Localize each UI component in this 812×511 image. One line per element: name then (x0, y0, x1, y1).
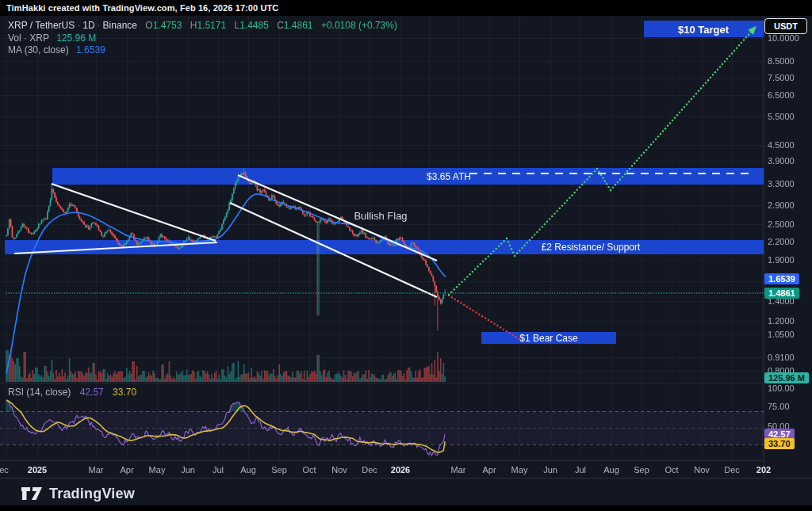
price-tick-label: 75.00 (768, 402, 790, 411)
volume-label: Vol · XRP (8, 32, 49, 44)
time-axis-label: Jul (575, 465, 586, 475)
attribution-text: TimHakki created with TradingView.com, F… (6, 3, 278, 13)
change-value: +0.0108 (+0.73%) (321, 20, 397, 31)
bear-case-box-label[interactable]: $1 Bear Case (519, 333, 577, 344)
time-axis-label: ec (0, 465, 9, 475)
chart-canvas[interactable] (0, 0, 812, 511)
axis-price-badge: 33.70 (764, 438, 795, 449)
tradingview-chart-window: TimHakki created with TradingView.com, F… (0, 0, 812, 511)
volume-legend-row[interactable]: Vol · XRP 125.96 M (8, 32, 96, 44)
ath-band-label[interactable]: $3.65 ATH (427, 171, 471, 182)
price-tick-label: 2.2000 (768, 237, 795, 246)
time-axis-label: May (149, 465, 166, 475)
volume-value: 125.96 M (56, 32, 96, 44)
price-tick-label: 7.5000 (768, 73, 795, 82)
time-axis-label: Nov (331, 465, 347, 475)
time-axis-label: Jul (213, 465, 224, 475)
interval-label: 1D (82, 20, 94, 31)
time-axis-label: Jun (543, 465, 557, 475)
price-tick-label: 3.3000 (768, 179, 795, 189)
time-axis-label: Oct (665, 465, 678, 475)
price-tick-label: 3.9000 (768, 156, 795, 166)
time-axis-label: Mar (451, 465, 466, 475)
time-axis-label: Nov (694, 465, 710, 475)
price-tick-label: 10.0000 (768, 33, 799, 43)
price-tick-label: 0.9100 (768, 353, 795, 362)
resistance-band-label[interactable]: £2 Resistance/ Support (542, 242, 641, 253)
axis-price-badge: 1.4861 (764, 288, 799, 299)
time-axis-label: Apr (482, 465, 496, 475)
axis-price-badge: 1.6539 (764, 273, 799, 284)
time-axis-label: Aug (603, 465, 619, 475)
time-axis-label: 202 (756, 465, 771, 475)
price-tick-label: 1.0500 (768, 330, 795, 339)
ma-value: 1.6539 (76, 44, 105, 55)
time-axis-label: Aug (240, 465, 256, 475)
price-tick-label: 100.00 (768, 383, 795, 393)
high-value: 1.5171 (197, 20, 226, 31)
rsi-label: RSI (14, close) (8, 387, 71, 398)
symbol-legend-row[interactable]: XRP / TetherUS·1D·Binance O1.4753 H1.517… (8, 20, 397, 31)
symbol-name: XRP / TetherUS (8, 20, 75, 31)
tradingview-footer-link[interactable]: TradingView (21, 484, 135, 503)
time-axis-label: Apr (120, 465, 133, 475)
time-axis-label: Dec (724, 465, 740, 475)
rsi-ma-value: 33.70 (113, 387, 136, 398)
rsi-value: 42.57 (80, 387, 104, 398)
time-axis-label: May (511, 465, 528, 475)
ma-legend-row[interactable]: MA (30, close) 1.6539 (8, 44, 105, 55)
time-axis-label: Oct (302, 465, 316, 475)
low-value: 1.4485 (239, 20, 269, 31)
time-axis-label: Dec (362, 465, 377, 475)
time-axis-label: Mar (89, 465, 104, 475)
time-axis-label: Jun (181, 465, 195, 475)
price-tick-label: 5.5000 (768, 112, 795, 121)
price-tick-label: 4.5000 (768, 140, 795, 150)
close-value: 1.4861 (284, 20, 313, 31)
close-letter: C (277, 20, 284, 31)
price-tick-label: 1.2000 (768, 316, 795, 326)
tradingview-wordmark: TradingView (49, 486, 135, 502)
time-axis-label: Sep (634, 465, 649, 475)
axis-price-badge: 125.96 M (764, 372, 809, 383)
time-axis-label: 2026 (391, 465, 410, 475)
time-axis-label: 2025 (28, 465, 47, 475)
exchange-label: Binance (103, 20, 137, 31)
target-banner-label[interactable]: $10 Target (678, 24, 729, 36)
open-value: 1.4753 (153, 20, 182, 31)
currency-toggle-button[interactable]: USDT (764, 18, 807, 34)
bullish-flag-annotation[interactable]: Bullish Flag (354, 210, 407, 222)
price-tick-label: 6.5000 (768, 90, 795, 100)
rsi-legend-row[interactable]: RSI (14, close) 42.57 33.70 (8, 387, 136, 398)
price-tick-label: 2.5000 (768, 219, 795, 229)
price-tick-label: 1.9000 (768, 255, 795, 265)
time-axis-label: Sep (271, 465, 287, 475)
price-tick-label: 2.9000 (768, 200, 795, 210)
tradingview-logo-icon (21, 484, 43, 503)
open-letter: O (145, 20, 152, 31)
price-tick-label: 8.5000 (768, 56, 795, 66)
ma-label: MA (30, close) (8, 44, 69, 55)
